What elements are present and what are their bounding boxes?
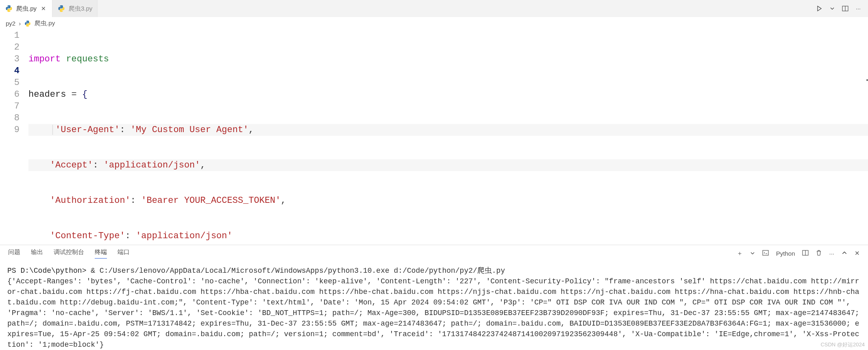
run-icon[interactable] <box>816 5 822 12</box>
editor-tab-active[interactable]: 爬虫.py ✕ <box>0 0 52 17</box>
split-terminal-icon[interactable] <box>802 250 809 257</box>
tab-problems[interactable]: 问题 <box>8 248 20 258</box>
tab-output[interactable]: 输出 <box>31 248 43 258</box>
terminal-stdout: {'Accept-Ranges': 'bytes', 'Cache-Contro… <box>7 277 864 349</box>
breadcrumb[interactable]: py2 › 爬虫.py <box>0 17 868 30</box>
code-editor[interactable]: 1 2 3 4 5 6 7 8 9 import requests header… <box>0 30 868 245</box>
python-icon <box>5 4 13 13</box>
terminal-profile-icon[interactable] <box>762 250 769 257</box>
breadcrumb-folder: py2 <box>6 20 15 27</box>
chevron-up-icon[interactable] <box>842 250 847 257</box>
terminal-label[interactable]: Python <box>776 250 795 257</box>
terminal-prompt: PS D:\Code\python> <box>7 267 91 275</box>
split-editor-icon[interactable] <box>842 5 848 12</box>
more-icon[interactable]: ··· <box>856 5 861 12</box>
tab-actions: ··· <box>816 5 868 12</box>
chevron-down-icon[interactable] <box>830 6 835 11</box>
new-terminal-icon[interactable]: ＋ <box>737 250 743 257</box>
python-icon <box>57 4 65 13</box>
close-icon[interactable]: ✕ <box>40 5 47 12</box>
python-icon <box>24 20 31 27</box>
line-gutter: 1 2 3 4 5 6 7 8 9 <box>0 30 28 245</box>
minimap[interactable] <box>866 79 868 81</box>
editor-tab-inactive[interactable]: 爬虫3.py <box>52 0 98 17</box>
chevron-down-icon[interactable] <box>750 250 755 257</box>
tab-ports[interactable]: 端口 <box>117 248 130 258</box>
tab-label: 爬虫.py <box>16 5 37 13</box>
watermark: CSDN @好运2024 <box>820 341 865 348</box>
terminal-output[interactable]: PS D:\Code\python> & C:/Users/lenovo/App… <box>0 261 868 350</box>
bottom-panel: 问题 输出 调试控制台 终端 端口 ＋ Python ··· ✕ PS D:\C… <box>0 245 868 350</box>
chevron-right-icon: › <box>19 20 21 27</box>
terminal-command: & C:/Users/lenovo/AppData/Local/Microsof… <box>91 267 505 275</box>
editor-tab-bar: 爬虫.py ✕ 爬虫3.py ··· <box>0 0 868 17</box>
tab-terminal[interactable]: 终端 <box>95 248 107 259</box>
tab-debug-console[interactable]: 调试控制台 <box>54 248 84 258</box>
panel-tab-bar: 问题 输出 调试控制台 终端 端口 ＋ Python ··· ✕ <box>0 245 868 261</box>
breadcrumb-file: 爬虫.py <box>35 20 55 27</box>
more-icon[interactable]: ··· <box>829 250 834 257</box>
close-panel-icon[interactable]: ✕ <box>855 250 860 257</box>
code-content[interactable]: import requests headers = { │'User-Agent… <box>28 30 868 245</box>
trash-icon[interactable] <box>816 250 822 257</box>
svg-rect-2 <box>763 250 768 255</box>
tab-label: 爬虫3.py <box>69 5 92 13</box>
